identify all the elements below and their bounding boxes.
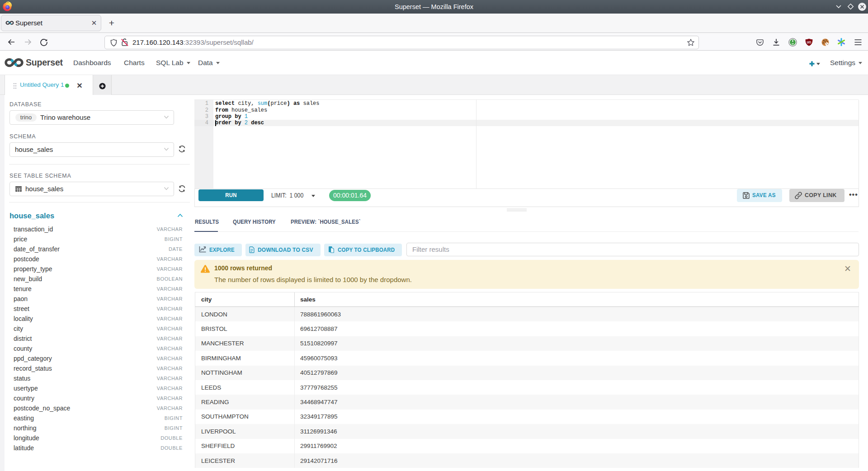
svg-text:UO: UO <box>807 41 811 44</box>
